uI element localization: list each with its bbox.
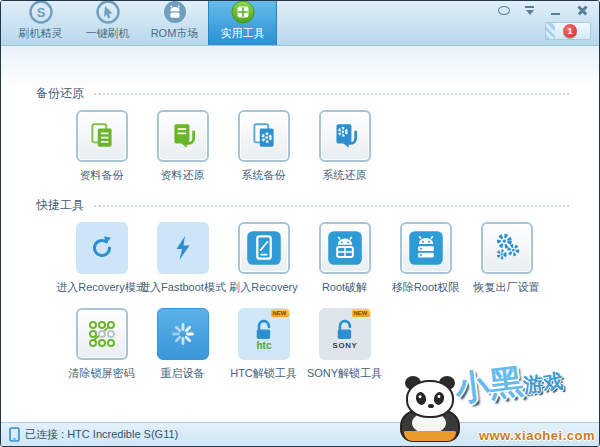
tile-clear-lock-password-tile[interactable] [76,308,128,360]
svg-text:S: S [36,5,45,20]
tile-flash-recovery[interactable]: 刷入Recovery [223,222,304,294]
tile-label: Root破解 [322,281,367,294]
tile-sony-unlock-tile[interactable]: SONYNEW [319,308,371,360]
close-button[interactable] [576,5,589,16]
tile-system-restore[interactable]: 系统还原 [304,110,385,182]
app-window: S刷机精灵一键刷机ROM市场实用工具 1 备份还原资料备份资料还原系统备份系统还… [0,0,600,447]
tile-label: 清除锁屏密码 [69,367,135,380]
tile-data-backup[interactable]: 资料备份 [61,110,142,182]
tile-label: HTC解锁工具 [230,367,297,380]
tile-data-restore[interactable]: 资料还原 [142,110,223,182]
section-backup-restore: 备份还原资料备份资料还原系统备份系统还原 [36,86,569,182]
tile-root[interactable]: Root破解 [304,222,385,294]
tile-enter-fastboot-tile[interactable] [157,222,209,274]
reboot-icon [168,319,198,349]
tile-row: 进入Recovery模式进入Fastboot模式刷入RecoveryRoot破解… [36,222,569,294]
tile-enter-fastboot[interactable]: 进入Fastboot模式 [142,222,223,294]
tile-label: 资料还原 [161,169,205,182]
section-title: 快捷工具 [36,198,84,212]
lock-pattern-icon [83,315,121,353]
connected-phone-icon [9,427,20,442]
tab-label: 一键刷机 [86,26,130,41]
feedback-icon[interactable] [498,5,511,16]
tile-enter-recovery-tile[interactable] [76,222,128,274]
factory-reset-icon [489,230,525,266]
tile-label: 资料备份 [80,169,124,182]
tile-label: 系统还原 [323,169,367,182]
status-bar: 已连接 : HTC Incredible S(G11) [1,422,599,446]
tile-sony-unlock[interactable]: SONYNEWSONY解锁工具 [304,308,385,380]
tile-label: 恢复出厂设置 [474,281,540,294]
tile-system-backup-tile[interactable] [238,110,290,162]
tab-rom-market[interactable]: ROM市场 [141,1,208,45]
tile-label: 移除Root权限 [392,281,459,294]
section-quick-tools: 快捷工具进入Recovery模式进入Fastboot模式刷入RecoveryRo… [36,198,569,380]
tile-remove-root-tile[interactable] [400,222,452,274]
tab-label: 刷机精灵 [19,26,63,41]
tile-system-restore-tile[interactable] [319,110,371,162]
tile-remove-root[interactable]: 移除Root权限 [385,222,466,294]
tab-utilities[interactable]: 实用工具 [208,1,277,45]
dotted-divider [94,204,569,207]
system-backup-icon [248,120,280,152]
tile-label: 进入Recovery模式 [56,281,146,294]
root-icon [326,229,364,267]
tile-data-backup-tile[interactable] [76,110,128,162]
new-badge: NEW [352,309,370,317]
tile-data-restore-tile[interactable] [157,110,209,162]
tile-row: 清除锁屏密码重启设备htcNEWHTC解锁工具SONYNEWSONY解锁工具 [36,308,569,380]
new-badge: NEW [271,309,289,317]
task-notification-button[interactable]: 1 [545,22,591,40]
tile-htc-unlock-tile[interactable]: htcNEW [238,308,290,360]
notification-count-badge: 1 [563,24,577,38]
dotted-divider [94,92,569,95]
tools-grid-icon [230,0,256,25]
section-header: 快捷工具 [36,198,569,212]
tile-label: 系统备份 [242,169,286,182]
tile-enter-recovery[interactable]: 进入Recovery模式 [61,222,142,294]
tile-reboot-device[interactable]: 重启设备 [142,308,223,380]
data-restore-icon [167,120,199,152]
tab-label: 实用工具 [221,26,265,41]
window-controls [498,5,589,16]
fastboot-icon [168,233,198,263]
section-header: 备份还原 [36,86,569,100]
main-content: 备份还原资料备份资料还原系统备份系统还原快捷工具进入Recovery模式进入Fa… [1,46,599,422]
recovery-mode-icon [87,233,117,263]
tile-label: 刷入Recovery [229,281,297,294]
tile-factory-reset[interactable]: 恢复出厂设置 [466,222,547,294]
tile-flash-recovery-tile[interactable] [238,222,290,274]
tile-htc-unlock[interactable]: htcNEWHTC解锁工具 [223,308,304,380]
htc-unlock-icon: htc [245,315,283,353]
tile-label: 重启设备 [161,367,205,380]
system-restore-icon [329,120,361,152]
main-menu-icon[interactable] [524,5,537,16]
android-market-icon [162,0,188,25]
connection-status-text: 已连接 : HTC Incredible S(G11) [25,427,178,442]
svg-text:htc: htc [256,340,271,351]
tile-clear-lock-password[interactable]: 清除锁屏密码 [61,308,142,380]
one-key-icon [95,0,121,25]
tab-flash-genie[interactable]: S刷机精灵 [7,1,74,45]
tab-one-key-flash[interactable]: 一键刷机 [74,1,141,45]
remove-root-icon [407,229,445,267]
tile-root-tile[interactable] [319,222,371,274]
tab-label: ROM市场 [151,26,199,41]
section-title: 备份还原 [36,86,84,100]
tile-row: 资料备份资料还原系统备份系统还原 [36,110,569,182]
tile-reboot-device-tile[interactable] [157,308,209,360]
minimize-button[interactable] [550,5,563,16]
tile-factory-reset-tile[interactable] [481,222,533,274]
flash-recovery-icon [245,229,283,267]
sony-unlock-icon: SONY [326,315,364,353]
tile-system-backup[interactable]: 系统备份 [223,110,304,182]
s-logo-icon: S [28,0,54,25]
svg-text:SONY: SONY [332,341,357,350]
data-backup-icon [86,120,118,152]
tile-label: 进入Fastboot模式 [139,281,226,294]
tile-label: SONY解锁工具 [307,367,382,380]
